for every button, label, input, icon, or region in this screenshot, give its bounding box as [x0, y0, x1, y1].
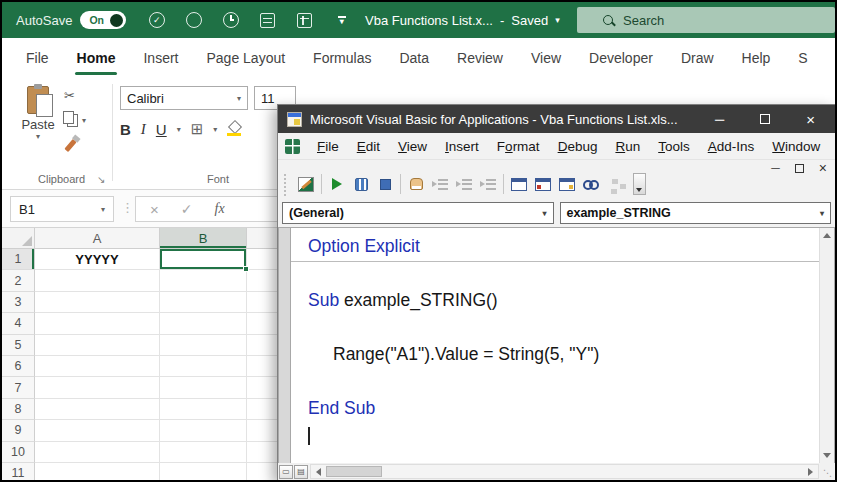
mdi-close-icon[interactable]: × [819, 161, 827, 175]
save-status-chevron-icon[interactable]: ▾ [555, 15, 560, 25]
pivot-table-icon[interactable] [296, 12, 313, 29]
menu-window[interactable]: Window [763, 139, 829, 154]
fill-handle[interactable] [243, 266, 249, 272]
cell-A3[interactable] [35, 292, 160, 313]
scroll-up-icon[interactable] [820, 228, 834, 243]
horizontal-scroll-thumb[interactable] [326, 466, 382, 477]
menu-insert[interactable]: Insert [436, 139, 488, 154]
object-browser-button[interactable] [555, 172, 579, 196]
call-stack-button[interactable] [603, 172, 627, 196]
menu-edit[interactable]: Edit [348, 139, 389, 154]
cell-A11[interactable] [35, 463, 160, 482]
clipboard-dialog-launcher-icon[interactable]: ↘ [97, 174, 105, 185]
format-painter-button[interactable] [64, 136, 73, 154]
cell-A10[interactable] [35, 442, 160, 463]
copy-dropdown-icon[interactable]: ▾ [82, 116, 86, 125]
qat-chevron-icon[interactable]: ▾ [333, 12, 350, 29]
run-button[interactable] [325, 172, 349, 196]
underline-dropdown-icon[interactable]: ▾ [177, 125, 181, 134]
cell-B11[interactable] [160, 463, 247, 482]
cell-B3[interactable] [160, 292, 247, 313]
object-dropdown[interactable]: (General) ▾ [282, 202, 554, 224]
name-box-dropdown-icon[interactable]: ▾ [101, 205, 105, 214]
cell-B9[interactable] [160, 420, 247, 441]
find-button[interactable] [579, 172, 603, 196]
vba-titlebar[interactable]: Microsoft Visual Basic for Applications … [278, 105, 835, 133]
cancel-icon[interactable]: × [150, 201, 159, 218]
font-name-combo[interactable]: Calibri ▾ [120, 86, 248, 110]
menu-debug[interactable]: Debug [549, 139, 607, 154]
procedure-dropdown[interactable]: example_STRING ▾ [560, 202, 832, 224]
vertical-scroll-track[interactable] [820, 243, 834, 448]
row-header-3[interactable]: 3 [2, 292, 35, 313]
row-header-8[interactable]: 8 [2, 399, 35, 420]
cell-B8[interactable] [160, 399, 247, 420]
minimize-icon[interactable]: ─ [715, 113, 724, 126]
cell-A9[interactable] [35, 420, 160, 441]
code-editor[interactable]: Option Explicit Sub example_STRING() Ran… [291, 228, 819, 463]
resize-grip-icon[interactable]: ⋱ [819, 464, 834, 479]
tab-insert[interactable]: Insert [129, 38, 192, 78]
row-header-2[interactable]: 2 [2, 270, 35, 291]
tab-page-layout[interactable]: Page Layout [192, 38, 299, 78]
cell-A2[interactable] [35, 270, 160, 291]
underline-button[interactable]: U [156, 121, 167, 138]
scroll-right-icon[interactable] [803, 465, 818, 478]
procedure-dropdown-chevron-icon[interactable]: ▾ [820, 209, 824, 218]
row-header-1[interactable]: 1 [2, 249, 35, 270]
code-margin-bar[interactable] [279, 228, 291, 463]
tab-home[interactable]: Home [63, 38, 130, 78]
tab-formulas[interactable]: Formulas [299, 38, 385, 78]
tab-review[interactable]: Review [443, 38, 517, 78]
tab-developer[interactable]: Developer [575, 38, 667, 78]
toolbar-grip[interactable] [284, 174, 288, 196]
borders-button[interactable]: ⊞ [191, 120, 204, 138]
menu-help[interactable]: Help [829, 139, 837, 154]
close-icon[interactable]: × [806, 112, 815, 127]
copy-button[interactable]: ▾ [64, 111, 86, 129]
cell-B5[interactable] [160, 335, 247, 356]
autosave-control[interactable]: AutoSave On [16, 11, 126, 29]
cut-button[interactable]: ✂ [64, 86, 75, 104]
design-mode-button[interactable] [404, 172, 428, 196]
cell-A4[interactable] [35, 313, 160, 334]
clock-icon[interactable] [222, 12, 239, 29]
paste-button[interactable]: Paste ▾ [12, 84, 64, 164]
cell-B2[interactable] [160, 270, 247, 291]
view-microsoft-excel-button[interactable] [294, 172, 318, 196]
autosave-toggle[interactable]: On [80, 11, 126, 29]
menu-run[interactable]: Run [606, 139, 649, 154]
scroll-left-icon[interactable] [311, 465, 326, 478]
project-explorer-button[interactable] [507, 172, 531, 196]
cell-A5[interactable] [35, 335, 160, 356]
tab-view[interactable]: View [517, 38, 575, 78]
excel-app-icon[interactable] [285, 139, 300, 154]
row-header-6[interactable]: 6 [2, 356, 35, 377]
sheet-preview-icon[interactable] [259, 12, 276, 29]
menu-addins[interactable]: Add-Ins [699, 139, 764, 154]
check-circle-icon[interactable]: ✓ [148, 12, 165, 29]
circle-icon[interactable] [185, 12, 202, 29]
formula-bar-grip[interactable]: ⋮ [121, 200, 134, 215]
cell-B4[interactable] [160, 313, 247, 334]
search-box[interactable]: Search [577, 7, 835, 33]
paste-dropdown-icon[interactable]: ▾ [36, 135, 40, 139]
vertical-scrollbar[interactable] [819, 228, 834, 463]
step-out-button[interactable] [476, 172, 500, 196]
fill-color-button[interactable] [227, 122, 241, 136]
name-box[interactable]: B1 ▾ [10, 196, 114, 222]
menu-format[interactable]: Format [488, 139, 549, 154]
mdi-minimize-icon[interactable]: ─ [771, 162, 780, 174]
properties-window-button[interactable] [531, 172, 555, 196]
bold-button[interactable]: B [120, 121, 131, 138]
row-header-11[interactable]: 11 [2, 463, 35, 482]
mdi-restore-icon[interactable] [795, 164, 804, 173]
row-header-9[interactable]: 9 [2, 420, 35, 441]
object-dropdown-chevron-icon[interactable]: ▾ [542, 209, 546, 218]
cell-B6[interactable] [160, 356, 247, 377]
step-over-button[interactable] [452, 172, 476, 196]
cell-A6[interactable] [35, 356, 160, 377]
tab-draw[interactable]: Draw [667, 38, 728, 78]
cell-B7[interactable] [160, 377, 247, 398]
maximize-icon[interactable] [760, 114, 770, 124]
